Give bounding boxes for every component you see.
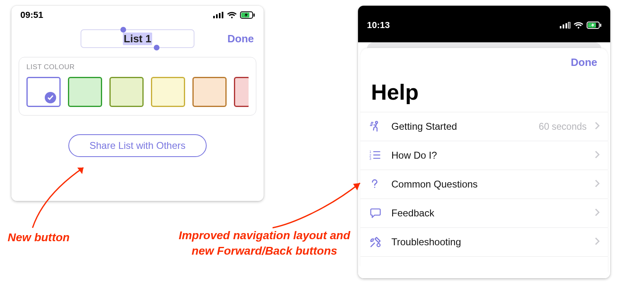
- annotation-left-caption: New button: [4, 230, 73, 245]
- battery-charging-icon: [240, 11, 255, 19]
- svg-point-18: [374, 187, 375, 188]
- share-list-button[interactable]: Share List with Others: [68, 134, 207, 157]
- row-label: How Do I?: [391, 150, 587, 161]
- svg-rect-2: [219, 13, 220, 18]
- svg-text:3: 3: [369, 157, 371, 161]
- colour-swatch-white[interactable]: [26, 77, 61, 107]
- chevron-right-icon: [595, 121, 600, 132]
- speech-icon: [369, 207, 383, 219]
- status-time: 09:51: [20, 10, 43, 20]
- chevron-right-icon: [595, 179, 600, 190]
- help-list: Getting Started 60 seconds 123 How Do I?…: [360, 112, 608, 257]
- row-trailing: 60 seconds: [539, 121, 587, 132]
- svg-rect-8: [563, 24, 564, 28]
- annotation-arrow-right: [269, 179, 366, 232]
- svg-rect-9: [565, 23, 567, 28]
- svg-rect-3: [222, 12, 223, 18]
- status-time: 10:13: [367, 20, 390, 31]
- cellular-icon: [213, 12, 224, 18]
- svg-point-19: [377, 244, 380, 247]
- svg-rect-10: [568, 22, 570, 28]
- colour-swatch-row[interactable]: [26, 77, 249, 107]
- done-button[interactable]: Done: [227, 33, 254, 45]
- wifi-icon: [574, 22, 583, 29]
- phone-list-settings: 09:51 List 1 Done LIST COLOUR Share List…: [11, 6, 264, 201]
- tools-icon: [369, 236, 383, 248]
- status-icons: [560, 22, 601, 29]
- chevron-right-icon: [595, 207, 600, 219]
- phone-help: 10:13 Done Help Getting Started 60 secon…: [358, 6, 610, 278]
- svg-rect-1: [216, 14, 218, 18]
- annotation-right-caption: Improved navigation layout and new Forwa…: [171, 228, 358, 259]
- svg-point-14: [375, 122, 378, 124]
- row-label: Troubleshooting: [391, 236, 587, 248]
- help-sheet: Done Help Getting Started 60 seconds 123…: [360, 48, 608, 278]
- page-title: Help: [360, 70, 608, 112]
- row-label: Getting Started: [391, 121, 530, 132]
- done-button[interactable]: Done: [360, 55, 608, 70]
- numbered-list-icon: 123: [369, 149, 383, 161]
- row-feedback[interactable]: Feedback: [360, 199, 608, 228]
- torn-edge: [11, 187, 264, 201]
- selection-handle-end[interactable]: [154, 45, 159, 50]
- walk-icon: [369, 120, 383, 133]
- svg-rect-0: [213, 16, 215, 18]
- status-bar: 10:13: [358, 6, 610, 42]
- navbar: List 1 Done: [11, 24, 264, 53]
- list-colour-card: LIST COLOUR: [19, 57, 256, 116]
- row-label: Common Questions: [391, 179, 587, 190]
- svg-rect-5: [253, 13, 255, 17]
- cellular-icon: [560, 22, 570, 28]
- question-icon: [369, 178, 383, 190]
- svg-rect-12: [600, 24, 601, 27]
- list-colour-label: LIST COLOUR: [26, 63, 249, 71]
- list-name-value: List 1: [123, 33, 152, 45]
- row-troubleshooting[interactable]: Troubleshooting: [360, 228, 608, 257]
- svg-rect-7: [560, 26, 561, 28]
- colour-swatch-orange[interactable]: [192, 77, 227, 107]
- row-how-do-i[interactable]: 123 How Do I?: [360, 141, 608, 170]
- row-common-questions[interactable]: Common Questions: [360, 170, 608, 199]
- status-icons: [213, 11, 255, 19]
- selection-handle-start[interactable]: [120, 27, 126, 33]
- chevron-right-icon: [595, 236, 600, 248]
- colour-swatch-red[interactable]: [234, 77, 249, 107]
- colour-swatch-yellow[interactable]: [151, 77, 185, 107]
- battery-charging-icon: [587, 22, 601, 29]
- row-label: Feedback: [391, 207, 587, 219]
- colour-swatch-olive[interactable]: [109, 77, 144, 107]
- chevron-right-icon: [595, 150, 600, 161]
- wifi-icon: [227, 11, 237, 19]
- status-bar: 09:51: [11, 6, 264, 24]
- check-icon: [45, 92, 56, 103]
- row-getting-started[interactable]: Getting Started 60 seconds: [360, 112, 608, 141]
- colour-swatch-green[interactable]: [68, 77, 102, 107]
- list-name-input[interactable]: List 1: [81, 29, 194, 48]
